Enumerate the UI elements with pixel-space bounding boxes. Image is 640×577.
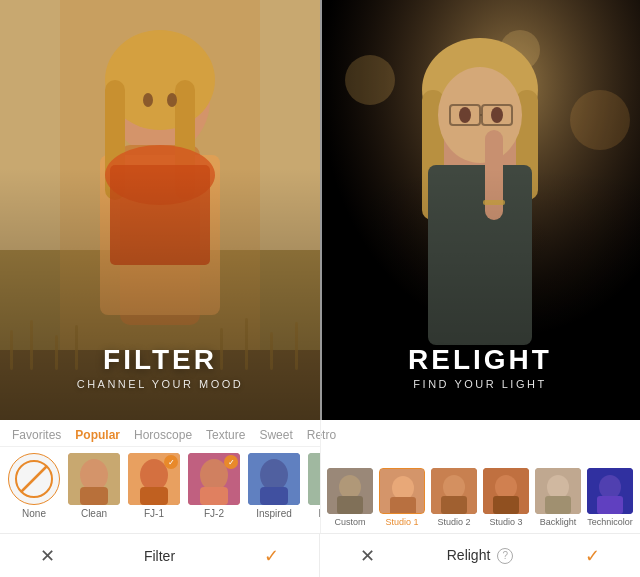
svg-rect-72: [390, 497, 416, 514]
svg-rect-60: [200, 487, 228, 505]
relight-backlight-label: Backlight: [540, 517, 577, 527]
relight-section: Custom Studio 1: [320, 420, 640, 533]
bottom-section: Favorites Popular Horoscope Texture Swee…: [0, 420, 640, 577]
filter-inspired-thumb: [248, 453, 300, 505]
tab-popular[interactable]: Popular: [75, 428, 120, 442]
relight-studio2-label: Studio 2: [437, 517, 470, 527]
svg-rect-75: [441, 496, 467, 514]
filter-action-bar: ✕ Filter ✓: [0, 534, 320, 577]
svg-rect-78: [493, 496, 519, 514]
filter-none-label: None: [22, 508, 46, 519]
relight-backlight-thumb: [535, 468, 581, 514]
relight-studio1[interactable]: Studio 1: [379, 468, 425, 527]
filter-panel: FILTER CHANNEL YOUR MOOD: [0, 0, 320, 420]
relight-action-label: Relight ?: [447, 547, 513, 564]
filter-action-label: Filter: [144, 548, 175, 564]
studio3-thumb-img: [483, 468, 529, 514]
svg-point-74: [443, 475, 465, 499]
studio1-thumb-img: [380, 469, 425, 514]
relight-studio3-label: Studio 3: [489, 517, 522, 527]
filter-items-row: None Clean: [0, 447, 320, 525]
svg-line-51: [21, 466, 47, 492]
filter-fj2-label: FJ-2: [204, 508, 224, 519]
relight-confirm-button[interactable]: ✓: [585, 545, 600, 567]
filter-inspired-label: Inspired: [256, 508, 292, 519]
relight-custom-thumb: [327, 468, 373, 514]
svg-rect-54: [80, 487, 108, 505]
bottom-content: Favorites Popular Horoscope Texture Swee…: [0, 420, 640, 533]
relight-items-row: Custom Studio 1: [321, 420, 640, 533]
relight-studio1-label: Studio 1: [385, 517, 418, 527]
custom-thumb-img: [327, 468, 373, 514]
technicolor-thumb-img: [587, 468, 633, 514]
svg-rect-63: [260, 487, 288, 505]
filter-fj1[interactable]: ✓ FJ-1: [128, 453, 180, 519]
svg-rect-84: [597, 496, 623, 514]
relight-text-content: RELIGHT FIND YOUR LIGHT: [320, 344, 640, 390]
filter-fj1-thumb: ✓: [128, 453, 180, 505]
studio2-thumb-img: [431, 468, 477, 514]
filter-breezy-thumb: [308, 453, 320, 505]
filter-none[interactable]: None: [8, 453, 60, 519]
tab-favorites[interactable]: Favorites: [12, 428, 61, 442]
filter-none-thumb: [8, 453, 60, 505]
relight-panel: 💡: [320, 0, 640, 420]
filter-subtitle: CHANNEL YOUR MOOD: [0, 378, 320, 390]
relight-technicolor-label: Technicolor: [587, 517, 633, 527]
breezy-thumb-img: [308, 453, 320, 505]
relight-action-bar: ✕ Relight ? ✓: [320, 534, 640, 577]
svg-point-83: [599, 475, 621, 499]
svg-point-77: [495, 475, 517, 499]
main-image-area: FILTER CHANNEL YOUR MOOD 💡: [0, 0, 640, 420]
relight-studio3[interactable]: Studio 3: [483, 468, 529, 527]
svg-rect-64: [308, 453, 320, 505]
backlight-thumb-img: [535, 468, 581, 514]
filter-confirm-button[interactable]: ✓: [264, 545, 279, 567]
svg-rect-57: [140, 487, 168, 505]
filter-fj1-label: FJ-1: [144, 508, 164, 519]
svg-point-80: [547, 475, 569, 499]
tab-texture[interactable]: Texture: [206, 428, 245, 442]
filter-inspired[interactable]: Inspired: [248, 453, 300, 519]
svg-point-62: [260, 459, 288, 491]
filter-clean[interactable]: Clean: [68, 453, 120, 519]
relight-studio1-thumb: [379, 468, 425, 514]
tab-sweet[interactable]: Sweet: [259, 428, 292, 442]
relight-cancel-button[interactable]: ✕: [360, 545, 375, 567]
relight-technicolor-thumb: [587, 468, 633, 514]
clean-thumb-img: [68, 453, 120, 505]
relight-backlight[interactable]: Backlight: [535, 468, 581, 527]
relight-subtitle: FIND YOUR LIGHT: [320, 378, 640, 390]
filter-title: FILTER: [0, 344, 320, 376]
filter-fj2[interactable]: ✓ FJ-2: [188, 453, 240, 519]
svg-point-53: [80, 459, 108, 491]
none-icon: [11, 456, 57, 502]
svg-point-71: [392, 476, 414, 500]
filter-items-section: Favorites Popular Horoscope Texture Swee…: [0, 420, 320, 533]
relight-title: RELIGHT: [320, 344, 640, 376]
panel-divider: [320, 0, 322, 420]
svg-rect-81: [545, 496, 571, 514]
action-bars: ✕ Filter ✓ ✕ Relight ? ✓: [0, 533, 640, 577]
filter-breezy[interactable]: Breezy: [308, 453, 320, 519]
relight-studio2[interactable]: Studio 2: [431, 468, 477, 527]
tab-horoscope[interactable]: Horoscope: [134, 428, 192, 442]
relight-studio3-thumb: [483, 468, 529, 514]
filter-clean-thumb: [68, 453, 120, 505]
filter-clean-label: Clean: [81, 508, 107, 519]
fj1-check: ✓: [164, 455, 178, 469]
relight-custom[interactable]: Custom: [327, 468, 373, 527]
relight-technicolor[interactable]: Technicolor: [587, 468, 633, 527]
svg-point-68: [339, 475, 361, 499]
relight-custom-label: Custom: [334, 517, 365, 527]
filter-fj2-thumb: ✓: [188, 453, 240, 505]
inspired-thumb-img: [248, 453, 300, 505]
relight-help-button[interactable]: ?: [497, 548, 513, 564]
filter-tabs: Favorites Popular Horoscope Texture Swee…: [0, 420, 320, 447]
fj2-check: ✓: [224, 455, 238, 469]
relight-studio2-thumb: [431, 468, 477, 514]
svg-rect-69: [337, 496, 363, 514]
filter-text-content: FILTER CHANNEL YOUR MOOD: [0, 344, 320, 390]
filter-cancel-button[interactable]: ✕: [40, 545, 55, 567]
